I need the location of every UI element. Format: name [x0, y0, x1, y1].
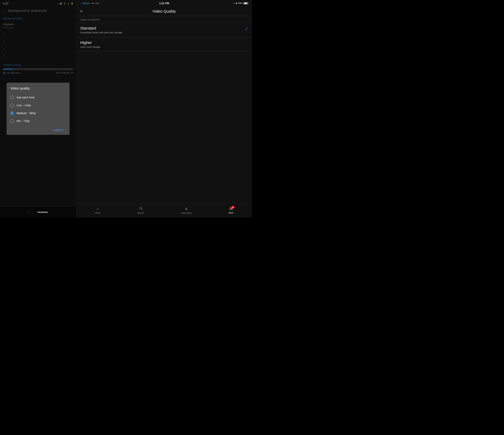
- checkmark-standard: ✓: [245, 27, 248, 31]
- divider-after-higher: [76, 52, 252, 52]
- dialog-title: Video quality: [10, 86, 66, 90]
- quality-option-standard[interactable]: Standard Downloads faster and uses less …: [76, 23, 252, 37]
- wifi-icon: ⊂⊃: [95, 2, 99, 5]
- status-search-text[interactable]: Search: [82, 2, 90, 5]
- bottom-nav-right: ⌂ Home Search Downloads: [76, 203, 252, 217]
- radio-label-hd: HD - 720p: [17, 119, 30, 123]
- dialog-actions: CANCEL: [10, 125, 66, 133]
- status-right-group: ↗ ✱ 93%: [233, 2, 248, 5]
- radio-circle-hd: [10, 119, 14, 123]
- quality-option-higher[interactable]: Higher Uses more storage: [76, 37, 252, 52]
- quality-title-standard: Standard: [80, 26, 122, 30]
- radio-inner-medium: [11, 112, 13, 114]
- left-panel: 1:27 ♪ ⏰ ⚡ ▲ 🔋 ← Background & downloads …: [0, 0, 76, 217]
- radio-label-low: Low - 144p: [17, 104, 31, 107]
- svg-line-1: [142, 209, 142, 210]
- page-title-right: Video Quality: [153, 9, 176, 14]
- section-header-video-playback: VIDEO PLAYBACK: [76, 16, 252, 23]
- bluetooth-icon-right: ✱: [236, 2, 237, 5]
- quality-option-higher-content: Higher Uses more storage: [80, 40, 100, 48]
- quality-title-higher: Higher: [80, 40, 100, 45]
- right-panel: ‹ Search ▪▪▪ ⊂⊃ 1:21 PM ↗ ✱ 93% < Video …: [76, 0, 252, 217]
- radio-option-low[interactable]: Low - 144p: [10, 101, 66, 109]
- nav-item-search[interactable]: Search: [137, 206, 144, 214]
- radio-label-medium: Medium - 360p: [17, 112, 36, 115]
- nav-label-home: Home: [95, 212, 100, 214]
- status-time-right: 1:21 PM: [159, 2, 169, 5]
- back-button-right[interactable]: <: [80, 9, 82, 13]
- radio-circle-ask: [10, 96, 14, 99]
- nav-item-downloads[interactable]: Downloads: [181, 206, 192, 214]
- quality-option-standard-content: Standard Downloads faster and uses less …: [80, 26, 122, 34]
- nav-label-downloads: Downloads: [181, 212, 192, 214]
- battery-bar: [243, 2, 248, 4]
- quality-sub-standard: Downloads faster and uses less storage: [80, 31, 122, 34]
- search-icon: [139, 206, 143, 211]
- radio-option-medium[interactable]: Medium - 360p: [10, 109, 66, 117]
- nav-label-more: More: [229, 212, 233, 214]
- video-quality-dialog: Video quality Ask each time Low - 144p M…: [7, 83, 70, 135]
- right-header: < Video Quality: [76, 7, 252, 16]
- nav-label-search: Search: [137, 212, 144, 214]
- radio-circle-low: [10, 104, 14, 107]
- signal-bars: ▪▪▪: [92, 2, 94, 4]
- battery-fill: [244, 3, 247, 4]
- status-left-group: ‹ Search ▪▪▪ ⊂⊃: [80, 2, 99, 5]
- more-badge: 13: [231, 206, 234, 209]
- more-icon-wrapper: 13: [229, 207, 233, 211]
- battery-percent: 93%: [238, 2, 243, 4]
- nav-item-more[interactable]: 13 More: [229, 207, 233, 214]
- downloads-icon: [185, 206, 188, 211]
- home-icon: ⌂: [97, 207, 99, 211]
- radio-circle-medium: [10, 111, 14, 115]
- dialog-overlay[interactable]: Video quality Ask each time Low - 144p M…: [0, 0, 76, 217]
- status-bar-right: ‹ Search ▪▪▪ ⊂⊃ 1:21 PM ↗ ✱ 93%: [76, 0, 252, 7]
- quality-sub-higher: Uses more storage: [80, 46, 100, 48]
- radio-label-ask: Ask each time: [17, 96, 35, 99]
- nav-item-home[interactable]: ⌂ Home: [95, 207, 100, 214]
- radio-option-ask[interactable]: Ask each time: [10, 94, 66, 101]
- svg-point-0: [140, 207, 142, 209]
- cancel-button[interactable]: CANCEL: [52, 128, 66, 133]
- status-chevron-icon: ‹: [80, 2, 81, 5]
- radio-option-hd[interactable]: HD - 720p: [10, 117, 66, 125]
- location-icon: ↗: [233, 2, 234, 5]
